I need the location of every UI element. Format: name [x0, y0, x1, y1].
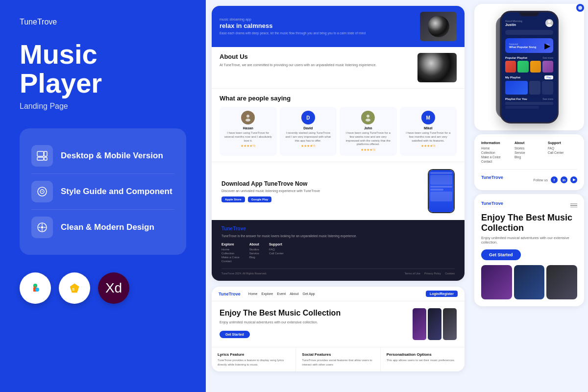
- download-title: Download App TuneTrove Now: [221, 180, 422, 187]
- enjoy-music-card: TuneTrove Enjoy The Best Music Collectio…: [474, 194, 584, 306]
- footer-tagline: TuneTrove is the answer for music lovers…: [221, 234, 455, 238]
- footer-copyright: TuneTrove 2024. All Rights Reserved.: [221, 272, 267, 275]
- instagram-icon: in: [561, 176, 567, 183]
- svg-point-22: [548, 20, 551, 23]
- svg-rect-3: [37, 157, 44, 160]
- figma-icon: F: [20, 272, 51, 304]
- testimonial-text-john: I have been using TuneTrove for a few we…: [343, 131, 393, 147]
- testimonial-avatar-david: D: [301, 111, 315, 124]
- phone-my-playlist: My Playlist Play: [501, 74, 557, 96]
- phone-display: Good Morning Justin Featured What Po: [481, 11, 577, 123]
- footer-social: Follow us f in ▶: [533, 176, 577, 183]
- footer-bottom: TuneTrove 2024. All Rights Reserved. Ter…: [221, 269, 455, 275]
- footer-card-bottom: TuneTrove Follow us f in ▶: [481, 169, 577, 183]
- right-panel: Good Morning Justin Featured What Po: [470, 0, 588, 392]
- testimonials-title: What are people saying: [220, 95, 457, 102]
- testimonial-stars-mikel: ★★★★½: [404, 144, 453, 148]
- apple-store-btn[interactable]: Apple Store: [221, 196, 245, 202]
- landing-hero-title: Enjoy The Best Music Collection: [220, 308, 408, 318]
- feature-style-guide: Style Guide and Component: [31, 174, 174, 210]
- google-play-btn[interactable]: Google Play: [248, 196, 272, 202]
- hamburger-menu[interactable]: [570, 203, 577, 208]
- feature-desktop-mobile: Desktop & Mobile Version: [31, 138, 174, 174]
- footer-cols: Explore Home Collection Make a Coice Con…: [221, 243, 455, 264]
- testimonial-david: D David I recently started using TuneTro…: [280, 107, 337, 156]
- desktop-mobile-icon: [31, 145, 53, 167]
- testimonials-section: What are people saying Hasan I have been…: [212, 89, 465, 162]
- phone-featured: Featured What Popular Song ▶: [505, 38, 553, 53]
- enjoy-img-1: [481, 265, 512, 299]
- phone-mini-screen: [429, 170, 454, 212]
- testimonial-hasan: Hasan I have been using TuneTrove for se…: [220, 107, 277, 156]
- enjoy-card-title: Enjoy The Best Music Collection: [481, 213, 577, 233]
- landing-hero-images: [413, 308, 457, 340]
- landing-nav: TuneTrove Home Explore Event About Get A…: [212, 287, 465, 301]
- style-guide-icon: [31, 181, 53, 202]
- svg-point-20: [367, 115, 369, 118]
- brand-name: TuneTrove: [20, 18, 186, 26]
- middle-panel: music streaming app relax in calmness Ea…: [206, 0, 470, 392]
- feature-style-guide-label: Style Guide and Component: [61, 187, 172, 196]
- footer-col-explore: Explore Home Collection Make a Coice Con…: [221, 243, 240, 264]
- svg-text:S: S: [72, 287, 75, 292]
- login-register-btn[interactable]: Login/Register: [426, 291, 458, 297]
- download-text: Download App TuneTrove Now Discover an u…: [221, 180, 422, 202]
- svg-point-18: [246, 115, 249, 118]
- testimonial-name-david: David: [284, 126, 333, 130]
- footer-info-card: Information Home Collection Make a Coice…: [474, 134, 584, 190]
- svg-rect-2: [44, 157, 47, 160]
- feature-clean-design: Clean & Modern Design: [31, 210, 174, 245]
- footer-col-about: About Studios Service Blog: [249, 243, 259, 264]
- enjoy-get-started-btn[interactable]: Get Started: [481, 249, 521, 260]
- subtitle: Landing Page: [20, 102, 186, 111]
- preview-hero-title: relax in calmness: [220, 22, 415, 30]
- footer-card-brand: TuneTrove: [481, 175, 503, 180]
- enjoy-card-sub: Enjoy unlimited musical adventures with …: [481, 236, 577, 245]
- middle-scroll[interactable]: music streaming app relax in calmness Ea…: [206, 0, 470, 392]
- testimonial-name-mikel: Mikel: [404, 126, 453, 130]
- preview-hero-sub-text: music streaming app: [220, 18, 415, 21]
- palette-toggle[interactable]: [576, 4, 584, 12]
- about-text: At TuneTrove, we are committed to provid…: [220, 63, 413, 68]
- phone-playlist-for-you: Playlist For You See more: [501, 96, 557, 110]
- testimonial-john: John I have been using TuneTrove for a f…: [340, 107, 397, 156]
- svg-rect-0: [37, 151, 44, 156]
- footer-info-col: Information Home Collection Make a Coice…: [481, 141, 511, 164]
- footer-col-explore-title: Explore: [221, 243, 240, 246]
- svg-point-21: [366, 119, 370, 122]
- phone-search: [505, 30, 553, 35]
- landing-nav-brand: TuneTrove: [219, 292, 241, 296]
- testimonial-name-hasan: Hasan: [223, 126, 273, 130]
- testimonials-row: Hasan I have been using TuneTrove for se…: [220, 107, 457, 156]
- phone-greeting: Good Morning: [505, 20, 522, 23]
- testimonial-name-john: John: [343, 126, 393, 130]
- footer-support-col: Support FAQ Call Center: [548, 141, 577, 164]
- testimonial-text-mikel: I have been using TuneTrove for a few mo…: [404, 131, 453, 143]
- testimonial-text-david: I recently started using TuneTrove and I…: [284, 131, 333, 143]
- preview-hero-image: [420, 12, 457, 41]
- landing-hero-sub: Enjoy unlimited musical adventures with …: [220, 320, 408, 325]
- footer-about-col: About Stories Service Blog: [514, 141, 544, 164]
- testimonial-avatar-john: [361, 111, 375, 124]
- testimonial-mikel: M Mikel I have been using TuneTrove for …: [400, 107, 457, 156]
- footer-card-columns: Information Home Collection Make a Coice…: [481, 141, 577, 164]
- feature-desktop-mobile-label: Desktop & Mobile Version: [61, 151, 163, 161]
- svg-point-6: [42, 191, 43, 192]
- feature-lyrics: Lyrics Feature TuneTrove provides a feat…: [212, 347, 296, 371]
- landing-get-started-btn[interactable]: Get Started: [220, 331, 250, 338]
- xd-icon: Xd: [98, 272, 129, 304]
- preview-card-main: music streaming app relax in calmness Ea…: [212, 6, 465, 281]
- svg-text:F: F: [33, 285, 37, 291]
- download-sub: Discover an unrivaled music listening ex…: [221, 189, 422, 193]
- phone-mockup-card: Good Morning Justin Featured What Po: [474, 4, 584, 130]
- features-row: Lyrics Feature TuneTrove provides a feat…: [212, 347, 465, 371]
- clean-design-icon: [31, 217, 53, 238]
- svg-point-19: [245, 119, 250, 122]
- palette-icon: [576, 4, 584, 12]
- left-panel: TuneTrove Music Player Landing Page Desk…: [0, 0, 206, 392]
- enjoy-images: [481, 265, 577, 299]
- phone-avatar: [545, 19, 553, 27]
- phone-play-icon: ▶: [545, 44, 549, 48]
- preview-card-landing: TuneTrove Home Explore Event About Get A…: [212, 287, 465, 371]
- enjoy-card-brand: TuneTrove: [481, 201, 503, 206]
